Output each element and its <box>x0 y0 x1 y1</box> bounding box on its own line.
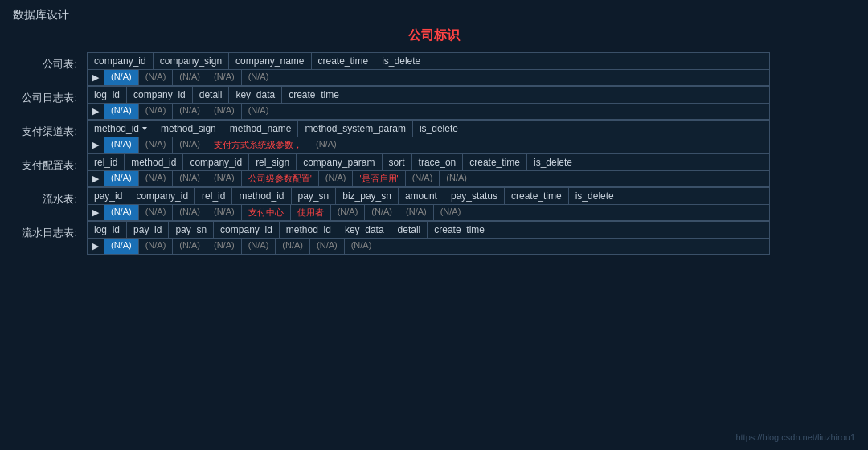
table-cell: (N/A) <box>104 171 139 186</box>
column-header: rel_sign <box>249 154 297 170</box>
column-header: company_id <box>129 188 195 204</box>
column-header: biz_pay_sn <box>336 188 399 204</box>
column-header: log_id <box>88 222 127 238</box>
table-cell: (N/A) <box>173 104 207 119</box>
column-header: pay_sn <box>169 222 214 238</box>
table-header: log_idcompany_iddetailkey_datacreate_tim… <box>88 87 769 104</box>
table-body: ▶(N/A)(N/A)(N/A)支付方式系统级参数，(N/A) <box>88 137 769 153</box>
table-row-wrapper: 流水日志表:log_idpay_idpay_sncompany_idmethod… <box>13 221 855 255</box>
row-label: 支付渠道表: <box>13 120 77 139</box>
column-header: company_id <box>127 87 193 103</box>
table-cell: (N/A) <box>104 70 139 85</box>
table-header: log_idpay_idpay_sncompany_idmethod_idkey… <box>88 222 769 239</box>
table-row-wrapper: 公司日志表:log_idcompany_iddetailkey_datacrea… <box>13 86 855 120</box>
column-header: company_name <box>229 53 311 69</box>
row-label: 流水表: <box>13 187 77 207</box>
column-header: pay_id <box>127 222 169 238</box>
sort-icon <box>142 127 147 130</box>
table-cell: (N/A) <box>173 239 207 254</box>
column-header: is_delete <box>527 154 579 170</box>
column-header: log_id <box>88 87 127 103</box>
table-header: company_idcompany_signcompany_namecreate… <box>88 53 769 70</box>
table-row-wrapper: 公司表:company_idcompany_signcompany_namecr… <box>13 52 855 86</box>
column-header: pay_status <box>444 188 505 204</box>
table-cell: (N/A) <box>104 239 139 254</box>
column-header: method_id <box>232 188 291 204</box>
table-row-wrapper: 流水表:pay_idcompany_idrel_idmethod_idpay_s… <box>13 187 855 221</box>
column-header: amount <box>399 188 444 204</box>
table-body: ▶(N/A)(N/A)(N/A)(N/A)(N/A) <box>88 104 769 119</box>
column-header: company_sign <box>154 53 229 69</box>
table-cell: (N/A) <box>399 205 434 220</box>
page-title: 数据库设计 <box>0 0 868 27</box>
center-label: 公司标识 <box>13 27 855 44</box>
table-cell: (N/A) <box>207 104 242 119</box>
table-cell: (N/A) <box>365 205 399 220</box>
table-cell: (N/A) <box>173 205 207 220</box>
table-cell: (N/A) <box>104 104 139 119</box>
table-header: method_idmethod_signmethod_namemethod_sy… <box>88 121 769 137</box>
column-header: method_sign <box>154 121 223 137</box>
table-body: ▶(N/A)(N/A)(N/A)(N/A)支付中心使用者(N/A)(N/A)(N… <box>88 205 769 220</box>
column-header: key_data <box>229 87 282 103</box>
table-cell: (N/A) <box>139 239 174 254</box>
column-header: method_id <box>125 154 183 170</box>
table-cell: (N/A) <box>319 171 354 186</box>
column-header: is_delete <box>413 121 465 137</box>
arrow-cell: ▶ <box>88 239 104 254</box>
table-cell: 支付方式系统级参数， <box>207 137 309 153</box>
column-header: rel_id <box>88 154 125 170</box>
column-header: create_time <box>463 154 527 170</box>
column-header: company_id <box>183 154 249 170</box>
column-header: sort <box>383 154 412 170</box>
column-header: create_time <box>312 53 376 69</box>
table-row-wrapper: 支付配置表:rel_idmethod_idcompany_idrel_signc… <box>13 153 855 187</box>
table-cell: (N/A) <box>242 70 276 85</box>
table-cell: (N/A) <box>242 239 276 254</box>
db-table: log_idcompany_iddetailkey_datacreate_tim… <box>87 86 770 120</box>
column-header: key_data <box>338 222 391 238</box>
column-header: create_time <box>282 87 346 103</box>
table-cell: (N/A) <box>310 239 345 254</box>
column-header: detail <box>193 87 230 103</box>
table-cell: (N/A) <box>139 205 174 220</box>
column-header: method_system_param <box>298 121 412 137</box>
column-header: is_delete <box>569 188 620 204</box>
column-header: create_time <box>428 222 491 238</box>
table-cell: (N/A) <box>440 171 473 186</box>
table-cell: (N/A) <box>173 70 207 85</box>
column-header: company_id <box>88 53 154 69</box>
table-cell: '是否启用' <box>353 171 405 186</box>
arrow-cell: ▶ <box>88 70 104 85</box>
column-header: method_name <box>223 121 299 137</box>
table-cell: 支付中心 <box>242 205 291 220</box>
arrow-cell: ▶ <box>88 171 104 186</box>
table-body: ▶(N/A)(N/A)(N/A)(N/A)公司级参数配置'(N/A)'是否启用'… <box>88 171 769 186</box>
table-cell: (N/A) <box>434 205 468 220</box>
arrow-cell: ▶ <box>88 205 104 220</box>
table-cell: (N/A) <box>207 205 242 220</box>
column-header: company_id <box>214 222 280 238</box>
arrow-cell: ▶ <box>88 137 104 153</box>
table-cell: (N/A) <box>139 137 174 153</box>
row-label: 公司日志表: <box>13 86 77 105</box>
arrow-cell: ▶ <box>88 104 104 119</box>
table-cell: (N/A) <box>139 104 174 119</box>
column-header: trace_on <box>412 154 464 170</box>
table-cell: (N/A) <box>309 137 343 153</box>
row-label: 公司表: <box>13 52 77 72</box>
table-cell: (N/A) <box>173 137 207 153</box>
column-header: pay_sn <box>292 188 337 204</box>
table-cell: (N/A) <box>331 205 366 220</box>
row-label: 流水日志表: <box>13 221 77 240</box>
table-cell: (N/A) <box>242 104 276 119</box>
watermark: https://blog.csdn.net/liuzhirou1 <box>735 432 855 442</box>
column-header: create_time <box>505 188 569 204</box>
column-header: rel_id <box>195 188 232 204</box>
table-body: ▶(N/A)(N/A)(N/A)(N/A)(N/A) <box>88 70 769 85</box>
table-cell: (N/A) <box>276 239 310 254</box>
table-cell: (N/A) <box>139 70 174 85</box>
column-header: is_delete <box>375 53 427 69</box>
table-cell: (N/A) <box>207 70 242 85</box>
table-cell: 公司级参数配置' <box>242 171 319 186</box>
